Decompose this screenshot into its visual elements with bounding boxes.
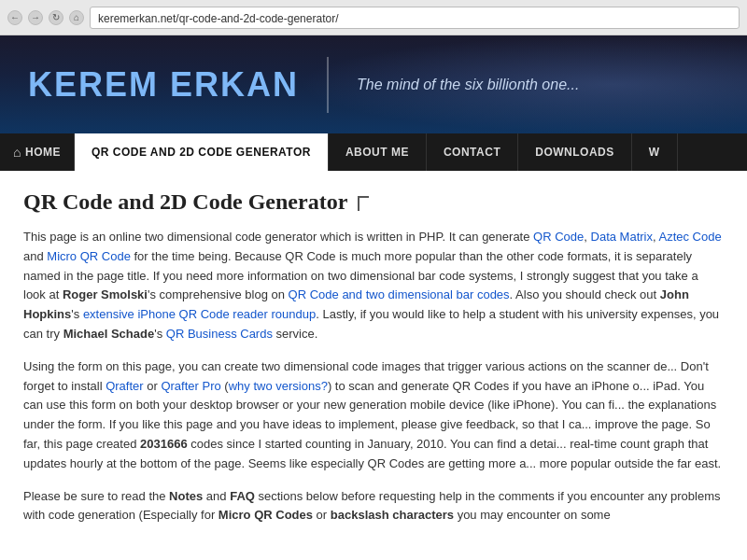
link-hopkins[interactable]: extensive iPhone QR Code reader roundup bbox=[83, 307, 316, 321]
nav-item-qr-code[interactable]: QR CODE AND 2D CODE GENERATOR bbox=[75, 133, 329, 171]
forward-button[interactable]: → bbox=[28, 10, 43, 25]
logo-part1: KEREM bbox=[28, 65, 159, 104]
nav-item-home[interactable]: ⌂ HOME bbox=[0, 133, 75, 171]
link-schade[interactable]: QR Business Cards bbox=[166, 327, 273, 341]
link-smolski-blog[interactable]: QR Code and two dimensional bar codes bbox=[289, 287, 510, 301]
logo-divider bbox=[327, 57, 329, 113]
nav-label-downloads: DOWNLOADS bbox=[535, 146, 614, 159]
refresh-button[interactable]: ↻ bbox=[49, 10, 63, 25]
nav-label-qr-code: QR CODE AND 2D CODE GENERATOR bbox=[92, 146, 311, 159]
nav-item-downloads[interactable]: DOWNLOADS bbox=[518, 133, 632, 171]
tagline: The mind of the six billionth one... bbox=[357, 77, 579, 93]
page-title: QR Code and 2D Code Generator bbox=[23, 189, 724, 215]
main-content: QR Code and 2D Code Generator This page … bbox=[0, 171, 747, 557]
site-header: KEREM ERKAN The mind of the six billiont… bbox=[0, 35, 747, 133]
paragraph-2: Using the form on this page, you can cre… bbox=[23, 357, 724, 474]
link-why-versions[interactable]: why two versions? bbox=[229, 379, 328, 393]
link-qrafter-pro[interactable]: Qrafter Pro bbox=[161, 379, 220, 393]
home-icon: ⌂ bbox=[13, 145, 21, 160]
home-button[interactable]: ⌂ bbox=[69, 10, 84, 25]
url-bar[interactable]: keremerkan.net/qr-code-and-2d-code-gener… bbox=[90, 7, 740, 29]
link-qrafter[interactable]: Qrafter bbox=[106, 379, 143, 393]
back-button[interactable]: ← bbox=[7, 10, 22, 25]
logo-area: KEREM ERKAN The mind of the six billiont… bbox=[28, 57, 579, 113]
paragraph-3: Please be sure to read the Notes and FAQ… bbox=[23, 487, 724, 526]
nav-label-more: W bbox=[649, 146, 660, 159]
cursor bbox=[358, 196, 369, 211]
nav-label-contact: CONTACT bbox=[444, 146, 500, 159]
nav-label-home: HOME bbox=[25, 146, 61, 159]
browser-chrome: ← → ↻ ⌂ keremerkan.net/qr-code-and-2d-co… bbox=[0, 0, 747, 35]
nav-label-about: ABOUT ME bbox=[345, 146, 409, 159]
logo-part2: ERKAN bbox=[170, 65, 299, 104]
link-aztec-code[interactable]: Aztec Code bbox=[659, 230, 722, 244]
nav-bar: ⌂ HOME QR CODE AND 2D CODE GENERATOR ABO… bbox=[0, 133, 747, 171]
site-logo: KEREM ERKAN bbox=[28, 65, 299, 105]
nav-item-about[interactable]: ABOUT ME bbox=[329, 133, 427, 171]
link-qr-code[interactable]: QR Code bbox=[533, 230, 584, 244]
link-data-matrix[interactable]: Data Matrix bbox=[591, 230, 653, 244]
link-micro-qr[interactable]: Micro QR Code bbox=[47, 249, 131, 263]
nav-item-more[interactable]: W bbox=[632, 133, 678, 171]
paragraph-1: This page is an online two dimensional c… bbox=[23, 228, 724, 344]
nav-item-contact[interactable]: CONTACT bbox=[427, 133, 518, 171]
